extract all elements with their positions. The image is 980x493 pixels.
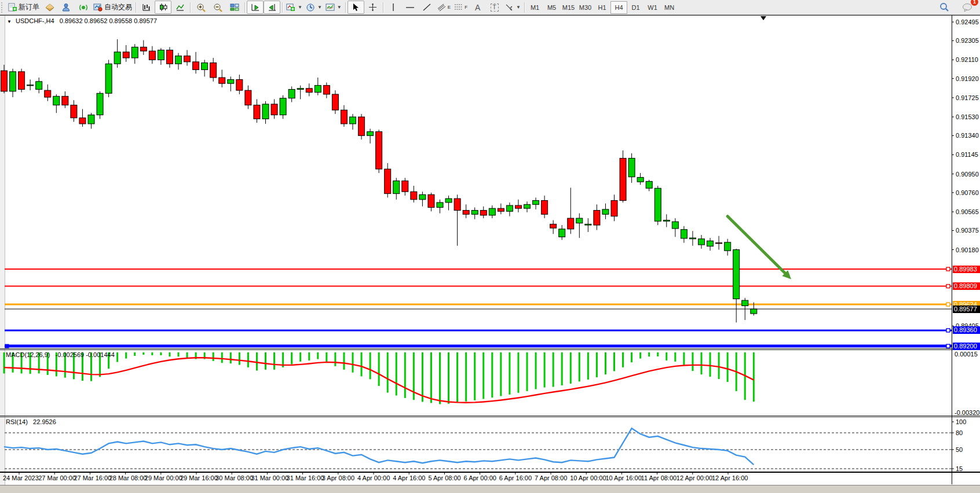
timeframe-mn-button[interactable]: MN: [661, 1, 678, 14]
macd-pane-separator[interactable]: [0, 348, 980, 349]
cursor-button[interactable]: [348, 1, 364, 14]
time-axis-label: 3 Apr 08:00: [322, 474, 354, 481]
chat-button[interactable]: 1: [959, 1, 975, 14]
candlestick-icon: [159, 3, 168, 12]
horizontal-line-button[interactable]: [402, 1, 419, 14]
zoom-in-button[interactable]: [192, 1, 209, 14]
macd-axis-min: -0.003208: [955, 409, 980, 416]
chart-canvas[interactable]: 0.924950.923050.921100.919200.917250.915…: [0, 0, 980, 493]
time-axis-separator: [0, 472, 980, 473]
chart-symbol-label: USDCHF-,H4: [16, 17, 54, 24]
svg-text:0.91340: 0.91340: [956, 132, 979, 139]
horizontal-line-icon: [405, 3, 415, 12]
svg-text:0.91920: 0.91920: [956, 75, 979, 82]
time-axis-label: 29 Mar 16:00: [180, 474, 218, 481]
price-level-tag: 0.89360: [953, 326, 980, 334]
chart-shift-button[interactable]: [264, 1, 280, 14]
tile-windows-button[interactable]: [226, 1, 243, 14]
crosshair-icon: [368, 3, 377, 12]
fibonacci-icon: [454, 3, 464, 12]
vertical-line-button[interactable]: [385, 1, 402, 14]
equidistant-channel-button[interactable]: E: [436, 1, 452, 14]
trendline-button[interactable]: [419, 1, 436, 14]
time-axis-label: 29 Mar 00:00: [145, 474, 182, 481]
cursor-icon: [352, 3, 360, 12]
svg-text:0.92495: 0.92495: [956, 19, 979, 25]
chevron-down-icon: ▼: [337, 5, 342, 10]
dropdown-triangle-icon[interactable]: ▼: [7, 19, 12, 24]
search-icon: [939, 2, 949, 12]
time-axis-label: 7 Apr 08:00: [535, 474, 567, 481]
template-icon: [326, 3, 335, 12]
channel-letter: E: [448, 5, 451, 10]
chevron-down-icon: ▼: [317, 5, 322, 10]
time-axis-label: 31 Mar 00:00: [251, 474, 288, 481]
time-axis-label: 27 Mar 16:00: [74, 474, 111, 481]
timeframe-m1-button[interactable]: M1: [526, 1, 543, 14]
tile-windows-icon: [230, 3, 239, 12]
time-axis-label: 4 Apr 00:00: [357, 474, 390, 481]
macd-axis-max: 0.00015: [955, 351, 978, 358]
auto-scroll-button[interactable]: [247, 1, 264, 14]
toolbar-separator: [136, 2, 136, 13]
time-axis-label: 30 Mar 08:00: [215, 474, 253, 481]
time-axis-label: 31 Mar 16:00: [287, 474, 324, 481]
toolbar-separator: [383, 2, 383, 13]
chart-shift-icon: [268, 3, 277, 12]
chart-ohlc-values: 0.89632 0.89652 0.89558 0.89577: [60, 17, 157, 24]
chart-title: ▼ USDCHF-,H4 0.89632 0.89652 0.89558 0.8…: [7, 17, 157, 24]
templates-button[interactable]: ▼: [324, 1, 343, 14]
toolbar: 新订单 自动交易 ▼ ▼ ▼ E F A T ▼ M1M5M15M30H1H4D…: [0, 0, 980, 15]
text-tool-icon: A: [475, 3, 480, 12]
auto-trading-button[interactable]: 自动交易: [92, 1, 134, 14]
chat-icon: [962, 3, 972, 12]
time-axis-label: 5 Apr 08:00: [428, 474, 460, 481]
timeframe-m30-button[interactable]: M30: [577, 1, 594, 14]
chevron-down-icon: ▼: [298, 5, 302, 10]
line-chart-button[interactable]: [171, 1, 188, 14]
timeframe-m15-button[interactable]: M15: [560, 1, 577, 14]
indicators-icon: [286, 3, 295, 12]
fibonacci-button[interactable]: F: [452, 1, 469, 14]
price-level-tag: 0.89200: [953, 343, 980, 350]
search-button[interactable]: [936, 1, 953, 14]
toolbar-separator: [244, 2, 245, 13]
rsi-pane-separator[interactable]: [0, 415, 980, 416]
zoom-out-icon: [213, 3, 222, 12]
price-axis-line: [952, 15, 952, 484]
timeframe-h1-button[interactable]: H1: [594, 1, 610, 14]
candlestick-chart-button[interactable]: [155, 1, 171, 14]
timeframe-group: M1M5M15M30H1H4D1W1MN: [526, 1, 678, 14]
arrows-button[interactable]: ▼: [503, 1, 522, 14]
text-label-button[interactable]: T: [486, 1, 503, 14]
new-order-button[interactable]: 新订单: [6, 1, 41, 14]
rsi-pane-separator: [0, 417, 980, 417]
indicators-button[interactable]: ▼: [284, 1, 304, 14]
timeframe-h4-button[interactable]: H4: [610, 1, 627, 14]
navigator-button[interactable]: [58, 1, 75, 14]
new-order-icon: [8, 3, 17, 12]
zoom-out-button[interactable]: [209, 1, 226, 14]
notification-badge: 1: [971, 0, 978, 6]
time-axis-label: 10 Apr 16:00: [605, 474, 641, 481]
timeframe-w1-button[interactable]: W1: [644, 1, 661, 14]
toolbar-drag-handle[interactable]: [1, 2, 5, 13]
market-watch-button[interactable]: [41, 1, 58, 14]
terminal-button[interactable]: [75, 1, 92, 14]
bar-chart-button[interactable]: [138, 1, 155, 14]
svg-text:0.91145: 0.91145: [956, 151, 978, 158]
toolbar-separator: [190, 2, 191, 13]
periods-button[interactable]: ▼: [304, 1, 324, 14]
svg-text:0.91530: 0.91530: [956, 113, 979, 120]
time-axis-label: 27 Mar 00:00: [38, 474, 76, 481]
crosshair-button[interactable]: [364, 1, 381, 14]
macd-pane-separator: [0, 349, 980, 350]
bar-chart-icon: [142, 3, 151, 12]
trendline-icon: [422, 3, 432, 12]
chart-shift-marker-icon[interactable]: [760, 16, 766, 20]
timeframe-m5-button[interactable]: M5: [543, 1, 560, 14]
time-axis-label: 11 Apr 08:00: [641, 474, 677, 481]
text-button[interactable]: A: [469, 1, 486, 14]
timeframe-d1-button[interactable]: D1: [627, 1, 644, 14]
svg-text:0.90180: 0.90180: [956, 246, 979, 253]
